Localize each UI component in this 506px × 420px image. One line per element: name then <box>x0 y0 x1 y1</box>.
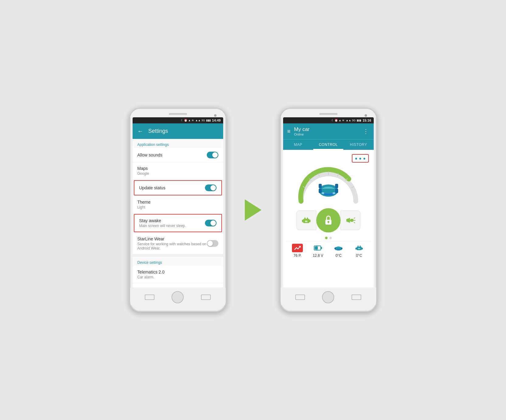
maps-subtitle: Google <box>137 171 149 176</box>
phone2-camera <box>365 114 367 117</box>
engine-temp-icon <box>354 244 365 252</box>
battery-svg: + - <box>314 245 322 251</box>
lock-button[interactable] <box>316 208 341 232</box>
svg-rect-44 <box>358 248 360 249</box>
phone2-nav-home[interactable] <box>322 291 334 303</box>
page-dot-2 <box>329 237 332 239</box>
section-app-settings: Application settings <box>133 139 223 148</box>
tab-history[interactable]: HISTORY <box>343 139 373 150</box>
starline-wear-title: StarLine Wear <box>137 236 207 241</box>
settings-title: Settings <box>148 128 168 134</box>
settings-maps: Maps Google <box>133 162 223 180</box>
svg-rect-8 <box>319 189 322 193</box>
phone2-speaker <box>319 113 338 115</box>
dot3: ● <box>363 156 366 161</box>
svg-text:-: - <box>318 247 319 249</box>
section-device-settings: Device settings <box>133 257 223 266</box>
stay-awake-toggle[interactable] <box>205 220 217 226</box>
voltage-value: 12.8 V <box>313 253 323 258</box>
horn-button[interactable] <box>341 211 360 230</box>
nav-home-button[interactable] <box>172 291 184 303</box>
tab-control[interactable]: CONTROL <box>313 139 343 150</box>
stay-awake-title: Stay awake <box>139 218 186 223</box>
nav-recent-button[interactable] <box>145 294 154 300</box>
dot1: ● <box>355 156 357 161</box>
svg-rect-37 <box>341 248 342 249</box>
car-control-body: ● ● ● <box>283 150 374 262</box>
play-arrow-icon <box>245 199 262 221</box>
svg-rect-18 <box>304 218 306 219</box>
settings-update-status: Update status <box>134 180 222 195</box>
section-divider <box>133 254 223 257</box>
svg-rect-36 <box>334 248 336 249</box>
svg-rect-12 <box>324 194 333 195</box>
stat-engine-temp: 0°C <box>354 244 365 258</box>
score-icon <box>292 244 303 252</box>
settings-telematics: Telematics 2.0 Car alarm. <box>133 266 223 283</box>
score-value: 76 P. <box>293 253 301 258</box>
notification-icons: ☾ ⏰ ▲ ≋ <box>181 119 194 122</box>
stat-voltage: + - 12.8 V <box>313 244 324 258</box>
svg-rect-14 <box>333 192 335 194</box>
status-time: 14:49 <box>212 119 220 122</box>
svg-rect-40 <box>355 248 357 250</box>
phone-car-control: ☾ ⏰ ▲ ≋ ▲▲ 3G ▮▮▮ 15:16 ≡ My car Online … <box>280 108 377 312</box>
stat-score: 76 P. <box>292 244 303 258</box>
phone2-nav-recent[interactable] <box>295 294 305 300</box>
settings-stay-awake: Stay awake Main screen will never sleep. <box>134 214 222 232</box>
engine-temp-value: 0°C <box>356 253 362 258</box>
car-temp-icon <box>333 244 344 252</box>
phone2-nav-back[interactable] <box>352 294 361 300</box>
front-camera <box>214 114 217 117</box>
starline-wear-toggle[interactable] <box>207 240 218 247</box>
settings-theme: Theme Light <box>133 196 223 213</box>
lock-icon <box>323 214 334 226</box>
allow-sounds-title: Allow sounds <box>137 153 163 157</box>
battery-icon: ▮▮▮ <box>206 119 211 122</box>
engine-button[interactable] <box>296 211 316 230</box>
status-bar: ☾ ⏰ ▲ ≋ ▲▲ 3G ▮▮▮ 14:49 <box>133 117 223 123</box>
signal-icons: ▲▲ 3G <box>195 119 205 122</box>
svg-line-25 <box>354 218 355 219</box>
hamburger-menu-icon[interactable]: ≡ <box>287 128 291 135</box>
stats-row: 76 P. + - 12.8 V <box>286 241 371 259</box>
dots-indicator-box[interactable]: ● ● ● <box>352 154 369 163</box>
car-status-time: 15:16 <box>362 119 371 122</box>
svg-rect-24 <box>350 219 354 222</box>
engine-svg <box>355 245 363 251</box>
car-app-header: ≡ My car Online ⋮ <box>283 123 374 139</box>
back-arrow-icon[interactable]: ← <box>137 128 144 135</box>
svg-rect-16 <box>302 220 304 222</box>
svg-rect-17 <box>309 220 310 222</box>
transition-arrow <box>245 199 262 221</box>
svg-rect-13 <box>322 192 324 194</box>
more-options-icon[interactable]: ⋮ <box>363 128 369 135</box>
page-indicator <box>286 235 371 241</box>
phone2-top-bezel <box>281 109 376 117</box>
car-name-title: My car <box>294 126 310 133</box>
horn-icon <box>345 216 356 225</box>
update-status-toggle[interactable] <box>205 184 217 191</box>
nav-back-button[interactable] <box>201 294 211 300</box>
phone-bottom-nav <box>130 287 226 305</box>
engine-icon <box>301 216 312 225</box>
svg-rect-20 <box>305 221 307 222</box>
car-tabs-bar: MAP CONTROL HISTORY <box>283 139 374 150</box>
tab-map[interactable]: MAP <box>283 139 313 150</box>
car-status-online: Online <box>294 133 310 136</box>
settings-content: Application settings Allow sounds Maps G… <box>133 139 223 283</box>
svg-rect-10 <box>319 184 322 188</box>
car-battery-icon: ▮▮▮ <box>357 119 361 122</box>
stay-awake-subtitle: Main screen will never sleep. <box>139 224 186 228</box>
svg-rect-38 <box>337 250 340 250</box>
allow-sounds-toggle[interactable] <box>207 152 218 158</box>
settings-allow-sounds: Allow sounds <box>133 148 223 162</box>
svg-rect-19 <box>307 218 308 219</box>
car-signal-icons: ▲▲ 3G <box>346 119 355 122</box>
car-screen: ☾ ⏰ ▲ ≋ ▲▲ 3G ▮▮▮ 15:16 ≡ My car Online … <box>283 117 374 287</box>
stat-car-temp: 0°C <box>333 244 344 258</box>
settings-screen: ☾ ⏰ ▲ ≋ ▲▲ 3G ▮▮▮ 14:49 ← Settings Appli… <box>133 117 223 287</box>
speaker-grille <box>169 113 187 115</box>
svg-rect-42 <box>358 246 359 247</box>
car-notification-icons: ☾ ⏰ ▲ ≋ <box>331 119 345 122</box>
